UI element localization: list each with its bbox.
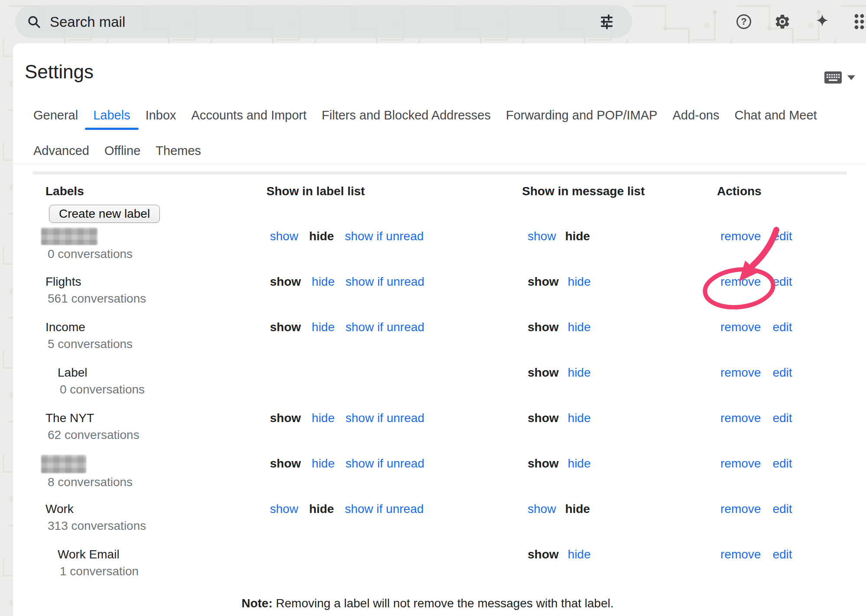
label-row-label: Label0 conversationsshowhideremoveedit: [13, 365, 842, 410]
controls: showhide: [522, 501, 717, 517]
search-bar[interactable]: [15, 5, 632, 38]
tab-add-ons[interactable]: Add-ons: [672, 108, 719, 122]
header-show-in-message-list: Show in message list: [522, 184, 717, 198]
conversation-count: 8 conversations: [45, 475, 266, 490]
show-state-the-nyt: show: [270, 410, 301, 426]
controls: showhide: [522, 365, 717, 381]
label-row-row6: 8 conversationsshowhideshow if unreadsho…: [13, 456, 842, 501]
show-state-work-email: show: [528, 547, 559, 562]
search-input[interactable]: [49, 5, 571, 39]
chevron-down-icon: [847, 75, 855, 80]
remove-link-row6[interactable]: remove: [720, 456, 761, 471]
gear-icon[interactable]: [774, 13, 791, 30]
controls: removeedit: [717, 229, 842, 244]
label-cell: Label0 conversations: [45, 365, 266, 397]
show-state-row6: show: [270, 456, 301, 471]
header-labels: Labels: [45, 184, 266, 198]
remove-link-work-email[interactable]: remove: [720, 547, 761, 562]
show-if-unread-link-row6[interactable]: show if unread: [346, 456, 425, 471]
show-if-unread-link-work[interactable]: show if unread: [345, 501, 424, 517]
edit-link-the-nyt[interactable]: edit: [772, 410, 792, 426]
show-link-work[interactable]: show: [270, 501, 298, 517]
tab-general[interactable]: General: [33, 108, 78, 122]
show-if-unread-link-flights[interactable]: show if unread: [346, 274, 425, 290]
label-cell: Flights561 conversations: [45, 274, 266, 306]
controls: showhideshow if unread: [266, 410, 522, 426]
controls: showhide: [522, 274, 717, 290]
edit-link-work-email[interactable]: edit: [772, 547, 792, 562]
search-options-icon[interactable]: [599, 13, 616, 30]
edit-link-flights[interactable]: edit: [772, 274, 792, 290]
hide-link-row6[interactable]: hide: [312, 456, 335, 471]
hide-link-income[interactable]: hide: [312, 319, 335, 335]
conversation-count: 561 conversations: [45, 291, 266, 306]
conversation-count: 0 conversations: [45, 382, 266, 397]
hide-link-the-nyt[interactable]: hide: [312, 410, 335, 426]
edit-link-work[interactable]: edit: [772, 501, 792, 517]
hide-link-row6[interactable]: hide: [568, 456, 591, 471]
hide-link-work-email[interactable]: hide: [568, 547, 591, 562]
hide-link-income[interactable]: hide: [568, 319, 591, 335]
show-link-row1[interactable]: show: [270, 229, 298, 244]
label-cell: Work313 conversations: [45, 501, 266, 533]
remove-link-income[interactable]: remove: [720, 319, 761, 335]
show-if-unread-link-the-nyt[interactable]: show if unread: [346, 410, 425, 426]
hide-state-work: hide: [565, 501, 590, 517]
label-name: Flights: [45, 274, 266, 290]
hide-link-label[interactable]: hide: [568, 365, 591, 381]
remove-link-flights[interactable]: remove: [720, 274, 761, 290]
tab-offline[interactable]: Offline: [104, 144, 140, 158]
label-cell: Income5 conversations: [45, 319, 266, 352]
input-tools-selector[interactable]: [824, 71, 855, 84]
hide-link-the-nyt[interactable]: hide: [568, 410, 591, 426]
hide-link-flights[interactable]: hide: [568, 274, 591, 290]
tab-inbox[interactable]: Inbox: [146, 108, 176, 122]
edit-link-row1[interactable]: edit: [772, 229, 792, 244]
label-row-flights: Flights561 conversationsshowhideshow if …: [13, 274, 842, 319]
controls: showhideshow if unread: [266, 229, 522, 244]
tab-accounts-and-import[interactable]: Accounts and Import: [191, 108, 307, 122]
help-icon[interactable]: ?: [736, 14, 751, 29]
label-name: The NYT: [45, 410, 266, 426]
edit-link-label[interactable]: edit: [772, 365, 792, 381]
remove-link-label[interactable]: remove: [720, 365, 761, 381]
show-link-row1[interactable]: show: [528, 229, 556, 244]
hide-link-flights[interactable]: hide: [312, 274, 335, 290]
create-new-label-button[interactable]: Create new label: [49, 205, 160, 223]
hide-state-row1: hide: [565, 229, 590, 244]
show-if-unread-link-income[interactable]: show if unread: [346, 319, 425, 335]
remove-link-the-nyt[interactable]: remove: [720, 410, 761, 426]
controls: showhideshow if unread: [266, 501, 522, 517]
label-row-work-email: Work Email1 conversationshowhideremoveed…: [13, 547, 842, 592]
note-text: Removing a label will not remove the mes…: [272, 597, 614, 610]
tab-themes[interactable]: Themes: [156, 144, 201, 158]
show-state-label: show: [528, 365, 559, 381]
hide-state-row1: hide: [309, 229, 334, 244]
conversation-count: 62 conversations: [45, 428, 266, 442]
label-row-the-nyt: The NYT62 conversationsshowhideshow if u…: [13, 410, 842, 456]
edit-link-row6[interactable]: edit: [772, 456, 792, 471]
remove-link-work[interactable]: remove: [720, 501, 761, 517]
tab-labels[interactable]: Labels: [93, 108, 130, 122]
remove-link-row1[interactable]: remove: [720, 229, 761, 244]
edit-link-income[interactable]: edit: [772, 319, 792, 335]
settings-tabs-row-1: GeneralLabelsInboxAccounts and ImportFil…: [33, 108, 817, 122]
tab-forwarding-and-pop-imap[interactable]: Forwarding and POP/IMAP: [506, 108, 658, 122]
controls: showhide: [522, 547, 717, 562]
redacted-label-name: [41, 455, 86, 473]
label-name: Work Email: [45, 547, 266, 562]
controls: showhide: [522, 319, 717, 335]
controls: showhide: [522, 456, 717, 471]
apps-grid-icon[interactable]: [853, 13, 866, 30]
show-link-work[interactable]: show: [528, 501, 556, 517]
show-if-unread-link-row1[interactable]: show if unread: [345, 229, 424, 244]
tab-advanced[interactable]: Advanced: [33, 144, 89, 158]
show-state-income: show: [270, 319, 301, 335]
tab-chat-and-meet[interactable]: Chat and Meet: [734, 108, 817, 122]
header-show-in-label-list: Show in label list: [266, 184, 522, 198]
gmail-top-bar: ?: [0, 0, 866, 43]
tabs-divider: [13, 164, 866, 164]
redacted-label-name: [41, 228, 97, 245]
tab-filters-and-blocked-addresses[interactable]: Filters and Blocked Addresses: [322, 108, 491, 122]
sparkle-icon[interactable]: [814, 13, 831, 30]
